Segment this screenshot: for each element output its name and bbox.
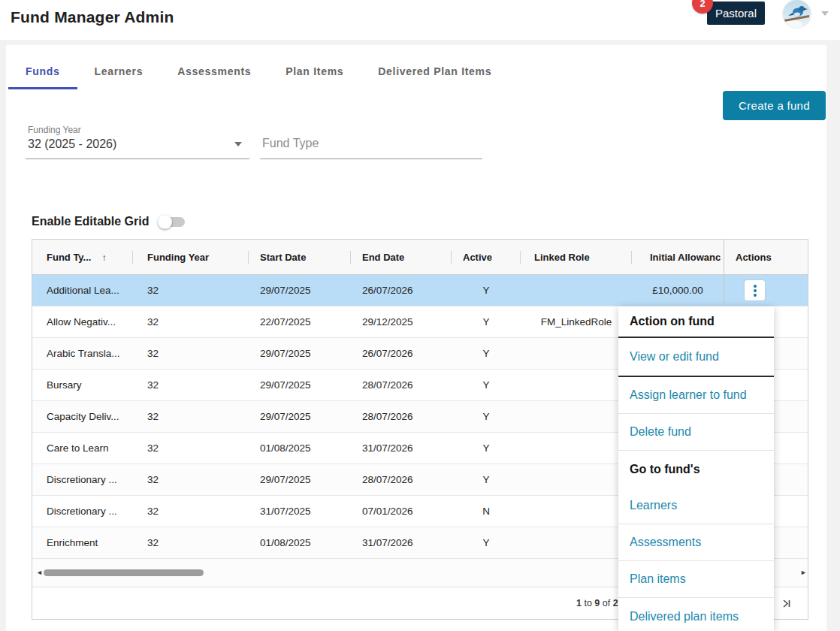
role-button[interactable]: Pastoral (707, 2, 765, 25)
cell-active: Y (452, 401, 521, 432)
create-fund-button[interactable]: Create a fund (723, 91, 826, 120)
dropdown-arrow-icon (234, 142, 242, 146)
cell-linked-role (521, 275, 632, 306)
cell-start-date: 29/07/2025 (249, 401, 351, 432)
cell-active: Y (452, 275, 521, 306)
tab-assessments[interactable]: Assessments (160, 56, 268, 89)
cell-funding-year: 32 (133, 527, 249, 558)
cell-linked-role: FM_LinkedRole (521, 306, 632, 337)
cell-end-date: 28/07/2026 (351, 370, 452, 400)
menu-item-delivered-plan-items[interactable]: Delivered plan items (618, 598, 774, 631)
column-header-active[interactable]: Active (452, 240, 521, 274)
column-header-end-date[interactable]: End Date (351, 240, 452, 274)
last-page-icon (781, 598, 792, 609)
tab-bar: Funds Learners Assessments Plan Items De… (8, 56, 509, 89)
cell-end-date: 28/07/2026 (351, 401, 452, 432)
tab-plan-items[interactable]: Plan Items (268, 56, 361, 89)
menu-section-title: Action on fund (618, 306, 774, 338)
page-range-total: 2 (613, 598, 618, 608)
cell-start-date: 29/07/2025 (249, 370, 351, 400)
cell-active: Y (452, 433, 521, 463)
column-header-start-date[interactable]: Start Date (249, 240, 351, 274)
cell-funding-year: 32 (133, 370, 249, 400)
cell-linked-role (521, 370, 632, 400)
cell-funding-year: 32 (133, 338, 249, 369)
page: Fund Manager Admin 2 Pastoral (0, 0, 840, 631)
cell-linked-role (521, 527, 632, 558)
cell-linked-role (521, 464, 632, 495)
column-header-linked-role[interactable]: Linked Role (521, 240, 632, 274)
menu-section-title: Go to fund's (618, 451, 774, 488)
cell-end-date: 07/01/2026 (351, 496, 452, 527)
cell-end-date: 26/07/2026 (351, 275, 452, 306)
cell-fund-type: Care to Learn (32, 433, 133, 463)
fund-type-field (260, 119, 482, 159)
cell-start-date: 29/07/2025 (249, 464, 351, 495)
menu-item-view-or-edit-fund[interactable]: View or edit fund (618, 338, 774, 377)
cell-fund-type: Capacity Deliv... (32, 401, 133, 432)
row-actions-kebab-button[interactable] (745, 280, 765, 300)
pagination-summary: 1 to 9 of 2 (576, 598, 618, 608)
cell-active: Y (452, 464, 521, 495)
menu-item-assessments[interactable]: Assessments (618, 524, 774, 561)
cell-start-date: 29/07/2025 (249, 338, 351, 369)
column-header-funding-year[interactable]: Funding Year (133, 240, 249, 274)
cell-start-date: 29/07/2025 (249, 275, 351, 306)
last-page-button[interactable] (779, 596, 793, 613)
page-range-end: 9 (594, 598, 600, 608)
cell-active: Y (452, 306, 521, 337)
cell-fund-type: Discretionary ... (32, 496, 133, 527)
bird-photo-icon (783, 0, 811, 28)
scroll-left-icon[interactable]: ◄ (36, 569, 43, 577)
scrollbar-thumb[interactable] (44, 569, 204, 576)
table-row[interactable]: Additional Lea... 32 29/07/2025 26/07/20… (32, 275, 808, 306)
tab-learners[interactable]: Learners (77, 56, 161, 89)
menu-item-assign-learner-to-fund[interactable]: Assign learner to fund (618, 377, 774, 414)
column-header-initial-allowance[interactable]: Initial Allowanc (632, 240, 724, 274)
page-title: Fund Manager Admin (11, 8, 174, 26)
cell-active: Y (452, 370, 521, 400)
chevron-down-icon[interactable] (821, 11, 829, 16)
cell-fund-type: Enrichment (32, 527, 133, 558)
cell-funding-year: 32 (133, 275, 249, 306)
funding-year-label: Funding Year (28, 125, 249, 135)
cell-linked-role (521, 496, 632, 527)
cell-fund-type: Arabic Transla... (32, 338, 133, 369)
menu-item-learners[interactable]: Learners (618, 488, 774, 524)
cell-funding-year: 32 (133, 496, 249, 527)
cell-fund-type: Bursary (32, 370, 133, 400)
cell-active: N (452, 496, 521, 527)
cell-end-date: 31/07/2026 (351, 433, 452, 463)
cell-linked-role (521, 401, 632, 432)
funding-year-value: 32 (2025 - 2026) (28, 137, 249, 151)
table-header-row: Fund Ty... ↑ Funding Year Start Date End… (32, 240, 808, 275)
cell-fund-type: Allow Negativ... (32, 306, 133, 337)
cell-linked-role (521, 338, 632, 369)
page-range-start: 1 (576, 598, 582, 608)
scroll-right-icon[interactable]: ► (800, 569, 807, 577)
cell-start-date: 22/07/2025 (249, 306, 351, 337)
avatar[interactable] (783, 0, 811, 28)
editable-grid-toggle-row: Enable Editable Grid (32, 215, 185, 228)
editable-grid-toggle[interactable] (159, 216, 185, 228)
column-header-fund-type[interactable]: Fund Ty... ↑ (32, 240, 133, 274)
cell-initial-allowance: £10,000.00 (632, 275, 724, 306)
cell-start-date: 01/08/2025 (249, 527, 351, 558)
cell-start-date: 01/08/2025 (249, 433, 351, 463)
menu-item-delete-fund[interactable]: Delete fund (618, 414, 774, 451)
cell-funding-year: 32 (133, 401, 249, 432)
cell-end-date: 31/07/2026 (351, 527, 452, 558)
cell-active: Y (452, 527, 521, 558)
cell-end-date: 26/07/2026 (351, 338, 452, 369)
cell-funding-year: 32 (133, 306, 249, 337)
tab-funds[interactable]: Funds (8, 56, 77, 89)
cell-funding-year: 32 (133, 433, 249, 463)
funding-year-select[interactable]: Funding Year 32 (2025 - 2026) (26, 119, 249, 159)
cell-active: Y (452, 338, 521, 369)
fund-type-input[interactable] (260, 119, 482, 150)
menu-item-plan-items[interactable]: Plan items (618, 561, 774, 598)
cell-start-date: 31/07/2025 (249, 496, 351, 527)
editable-grid-label: Enable Editable Grid (32, 215, 149, 228)
tab-delivered-plan-items[interactable]: Delivered Plan Items (361, 56, 509, 89)
cell-fund-type: Additional Lea... (32, 275, 133, 306)
